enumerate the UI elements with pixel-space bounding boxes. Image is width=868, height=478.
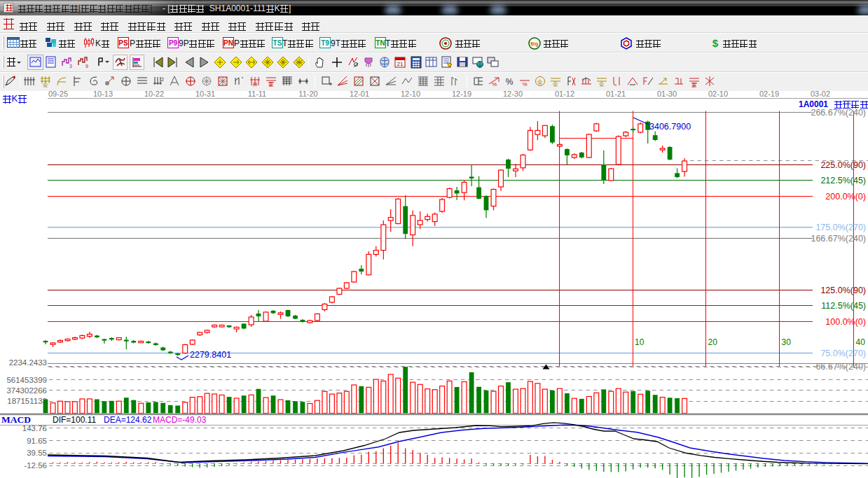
svg-text:3406.7900: 3406.7900 <box>649 122 691 132</box>
svg-text:39.55: 39.55 <box>27 449 47 457</box>
svg-text:374302266: 374302266 <box>6 386 47 395</box>
svg-text:MACD=-49.03: MACD=-49.03 <box>153 415 207 425</box>
svg-text:12-19: 12-19 <box>452 90 471 98</box>
svg-text:10-13: 10-13 <box>93 90 113 98</box>
svg-text:100.0%(0): 100.0%(0) <box>825 317 866 327</box>
svg-text:40: 40 <box>856 337 866 347</box>
svg-text:11-11: 11-11 <box>248 90 267 98</box>
svg-text:91.65: 91.65 <box>27 437 47 445</box>
svg-text:09-25: 09-25 <box>48 90 68 98</box>
svg-text:12-10: 12-10 <box>401 90 420 98</box>
svg-text:1A0001: 1A0001 <box>799 99 828 109</box>
svg-text:200.0%(0): 200.0%(0) <box>825 192 866 202</box>
svg-text:11-20: 11-20 <box>298 90 317 98</box>
svg-text:10-22: 10-22 <box>144 90 164 98</box>
svg-text:DEA=124.62: DEA=124.62 <box>104 415 152 425</box>
svg-text:01-12: 01-12 <box>555 90 574 98</box>
svg-text:143.76: 143.76 <box>22 424 47 433</box>
svg-text:02-10: 02-10 <box>708 90 728 98</box>
svg-text:03-02: 03-02 <box>811 90 830 98</box>
svg-text:2234.2433: 2234.2433 <box>9 358 47 367</box>
svg-text:12-01: 12-01 <box>350 90 369 98</box>
svg-text:125.0%(90): 125.0%(90) <box>820 286 866 295</box>
svg-text:225.0%(90): 225.0%(90) <box>820 160 866 170</box>
svg-text:01-21: 01-21 <box>606 90 626 98</box>
svg-text:MACD: MACD <box>1 414 31 425</box>
svg-text:10-31: 10-31 <box>195 90 215 98</box>
svg-text:DIF=100.11: DIF=100.11 <box>53 415 96 425</box>
svg-text:175.0%(270): 175.0%(270) <box>815 223 866 232</box>
svg-text:561453399: 561453399 <box>6 376 47 384</box>
svg-text:20: 20 <box>708 337 718 347</box>
svg-text:-12.56: -12.56 <box>24 461 47 470</box>
svg-text:01-30: 01-30 <box>657 90 677 98</box>
svg-text:166.67%(240): 166.67%(240) <box>811 234 866 244</box>
svg-text:02-19: 02-19 <box>759 90 779 98</box>
svg-text:12-30: 12-30 <box>503 90 523 98</box>
svg-text:30: 30 <box>782 337 792 347</box>
svg-text:212.5%(45): 212.5%(45) <box>820 176 866 185</box>
svg-text:187151133: 187151133 <box>7 397 47 405</box>
svg-text:10: 10 <box>635 337 645 347</box>
svg-text:75.0%(270): 75.0%(270) <box>820 349 866 358</box>
svg-text:2279.8401: 2279.8401 <box>190 350 231 360</box>
svg-text:112.5%(45): 112.5%(45) <box>821 301 866 311</box>
